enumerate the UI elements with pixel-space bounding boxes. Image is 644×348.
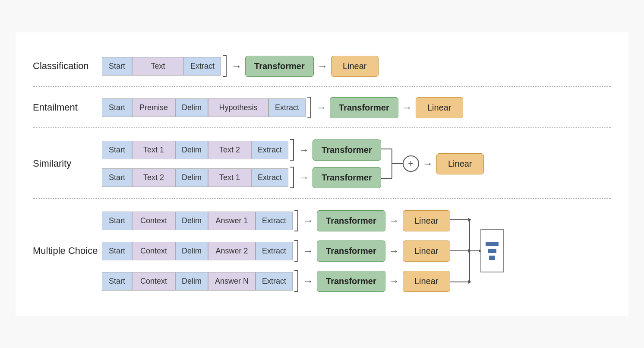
token-delim-ent: Delim — [175, 98, 208, 117]
mc-row2: Start Context Delim Answer 2 Extract → T… — [102, 240, 450, 262]
softmax-box — [480, 229, 504, 272]
arrow-sim-linear: → — [423, 158, 433, 170]
token-start-mc2: Start — [102, 242, 132, 260]
arrow-mc1-2: → — [389, 215, 399, 227]
token-answer1-mc1: Answer 1 — [208, 212, 256, 230]
linear-mc3: Linear — [403, 271, 450, 292]
token-delim-sim2: Delim — [175, 168, 208, 187]
transformer-mc2: Transformer — [317, 240, 385, 262]
token-extract-sim1: Extract — [251, 141, 288, 159]
token-context-mc2: Context — [132, 242, 175, 260]
tokens-mc2: Start Context Delim Answer 2 Extract — [102, 242, 293, 260]
token-group-classification: Start Text Extract — [102, 55, 228, 77]
arrow-ent-2: → — [402, 101, 412, 114]
sim-row1: Start Text 1 Delim Text 2 Extract → Tran… — [102, 139, 381, 161]
label-similarity: Similarity — [33, 158, 102, 169]
transformer-cls: Transformer — [245, 56, 314, 77]
tokens-mc1: Start Context Delim Answer 1 Extract — [102, 212, 293, 230]
token-delim-mc1: Delim — [175, 212, 208, 230]
token-context-mc1: Context — [132, 212, 175, 230]
token-premise-ent: Premise — [132, 98, 175, 117]
section-classification: Classification Start Text Extract → Tran… — [33, 45, 611, 87]
arrow-ent-1: → — [316, 101, 326, 114]
transformer-mc3: Transformer — [317, 271, 385, 292]
token-extract-mc3: Extract — [256, 272, 293, 291]
token-delim-mc3: Delim — [175, 272, 208, 291]
label-classification: Classification — [33, 60, 102, 72]
tokens-sim2: Start Text 2 Delim Text 1 Extract — [102, 168, 288, 187]
linear-cls: Linear — [331, 56, 379, 77]
pipeline-similarity: Start Text 1 Delim Text 2 Extract → Tran… — [102, 138, 611, 190]
token-start-sim1: Start — [102, 141, 132, 159]
token-text1-sim1: Text 1 — [132, 141, 175, 159]
token-delim-mc2: Delim — [175, 242, 208, 260]
sim-row2: Start Text 2 Delim Text 1 Extract → Tran… — [102, 166, 381, 189]
bracket-mc2 — [293, 240, 300, 262]
token-start-mc3: Start — [102, 272, 132, 291]
bracket-sim2 — [288, 166, 295, 189]
token-answer2-mc2: Answer 2 — [208, 242, 256, 260]
arrow-mc1-1: → — [303, 215, 313, 227]
label-mc: Multiple Choice — [33, 245, 102, 256]
linear-mc1: Linear — [403, 210, 450, 231]
token-group-entailment: Start Premise Delim Hypothesis Extract — [102, 96, 313, 119]
arrow-mc3-1: → — [303, 275, 313, 287]
section-mc: Multiple Choice Start Context Delim Answ… — [33, 199, 611, 303]
diagram: Classification Start Text Extract → Tran… — [16, 32, 628, 316]
linear-sim: Linear — [436, 153, 484, 174]
bracket-mc3 — [293, 270, 300, 292]
arrow-mc3-2: → — [389, 275, 399, 287]
transformer-mc1: Transformer — [317, 210, 385, 231]
section-entailment: Entailment Start Premise Delim Hypothesi… — [33, 87, 611, 128]
token-text2-sim1: Text 2 — [208, 141, 251, 159]
bracket-cls — [221, 55, 228, 77]
arrow-cls-1: → — [231, 60, 242, 72]
transformer-sim1: Transformer — [313, 139, 381, 161]
token-start-mc1: Start — [102, 212, 132, 230]
transformer-ent: Transformer — [330, 97, 398, 118]
token-start-cls: Start — [102, 57, 132, 76]
bar1 — [486, 242, 499, 246]
tokens-entailment: Start Premise Delim Hypothesis Extract — [102, 98, 306, 117]
label-entailment: Entailment — [33, 102, 102, 113]
token-answerN-mc3: Answer N — [208, 272, 256, 291]
arrow-sim1: → — [299, 144, 309, 156]
pipeline-mc: Start Context Delim Answer 1 Extract → T… — [102, 209, 611, 293]
bar3 — [489, 256, 495, 260]
token-extract-mc2: Extract — [256, 242, 293, 260]
token-text2-sim2: Text 2 — [132, 168, 175, 187]
token-delim-sim1: Delim — [175, 141, 208, 159]
token-text1-sim2: Text 1 — [208, 168, 251, 187]
tokens-mc3: Start Context Delim Answer N Extract — [102, 272, 293, 291]
token-start-ent: Start — [102, 98, 132, 117]
token-context-mc3: Context — [132, 272, 175, 291]
arrow-mc2-2: → — [389, 245, 399, 257]
plus-circle-sim: + — [403, 155, 419, 172]
bracket-mc1 — [293, 209, 300, 232]
mc-rows: Start Context Delim Answer 1 Extract → T… — [102, 209, 450, 292]
pipeline-classification: Start Text Extract → Transformer → Linea… — [102, 55, 611, 77]
token-extract-ent: Extract — [268, 98, 306, 117]
bar2 — [488, 249, 496, 253]
linear-mc2: Linear — [403, 240, 450, 262]
token-extract-cls: Extract — [184, 57, 221, 76]
tokens-sim1: Start Text 1 Delim Text 2 Extract — [102, 141, 288, 159]
token-start-sim2: Start — [102, 168, 132, 187]
bracket-sim1 — [288, 139, 295, 161]
linear-ent: Linear — [416, 97, 463, 118]
bracket-ent — [306, 96, 313, 119]
section-similarity: Similarity Start Text 1 Delim Text 2 Ext… — [33, 128, 611, 199]
arrow-sim2: → — [299, 171, 309, 183]
transformer-sim2: Transformer — [313, 167, 381, 188]
sim-merge-lines — [381, 138, 403, 190]
pipeline-entailment: Start Premise Delim Hypothesis Extract →… — [102, 96, 611, 119]
arrow-cls-2: → — [317, 60, 328, 72]
arrow-mc2-1: → — [303, 245, 313, 257]
tokens-classification: Start Text Extract — [102, 57, 221, 76]
mc-row1: Start Context Delim Answer 1 Extract → T… — [102, 209, 450, 232]
token-extract-sim2: Extract — [251, 168, 288, 187]
token-extract-mc1: Extract — [256, 212, 293, 230]
token-hypothesis-ent: Hypothesis — [208, 98, 268, 117]
mc-row3: Start Context Delim Answer N Extract → T… — [102, 270, 450, 292]
sim-token-rows: Start Text 1 Delim Text 2 Extract → Tran… — [102, 139, 381, 189]
